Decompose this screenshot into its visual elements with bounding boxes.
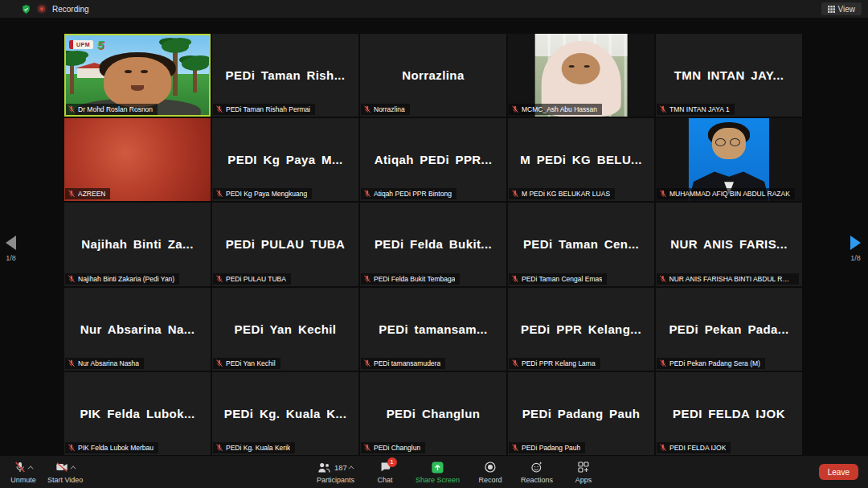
participants-count: 187 (334, 463, 347, 472)
participant-name-label: PEDi PPR Kelang Lama (509, 358, 600, 369)
participant-tile-9[interactable]: M PEDi KG BELU...M PEDi KG BELUKAR LUAS (508, 118, 654, 201)
participant-tile-19[interactable]: PEDi PPR Kelang...PEDi PPR Kelang Lama (508, 288, 654, 371)
video-overlay-logos: UPM5 (69, 38, 104, 51)
muted-mic-icon (215, 105, 223, 113)
share-screen-label: Share Screen (416, 476, 460, 484)
chevron-up-icon[interactable] (348, 465, 354, 471)
participant-tile-25[interactable]: PEDI FELDA IJOKPEDI FELDA IJOK (656, 372, 802, 455)
camera-slash-icon (55, 461, 69, 474)
participant-tile-14[interactable]: PEDi Taman Cen...PEDi Taman Cengal Emas (508, 203, 654, 285)
chat-button[interactable]: 1 Chat (365, 456, 405, 488)
participant-tile-17[interactable]: PEDi Yan KechilPEDi Yan Kechil (212, 288, 358, 371)
muted-mic-icon (659, 359, 667, 367)
muted-mic-icon (363, 275, 371, 283)
participant-name-label: PEDi Pekan Padang Sera (M) (657, 358, 765, 369)
participant-tile-4[interactable]: MCMC_Ash Abu Hassan (508, 34, 654, 117)
participant-tile-20[interactable]: PEDi Pekan Pada...PEDi Pekan Padang Sera… (656, 288, 802, 371)
participant-name-label: PEDi Yan Kechil (213, 358, 280, 369)
participant-tile-21[interactable]: PIK Felda Lubok...PIK Felda Lubok Merbau (64, 372, 211, 455)
participant-name-label: PIK Felda Lubok Merbau (65, 442, 158, 453)
participant-tile-2[interactable]: PEDi Taman Rish...PEDi Taman Rishah Perm… (212, 34, 358, 117)
muted-mic-icon (215, 190, 223, 198)
participant-tile-6[interactable]: AZREEN (64, 118, 211, 201)
participant-tile-12[interactable]: PEDi PULAU TUBAPEDi PULAU TUBA (212, 203, 358, 285)
muted-mic-icon (659, 190, 667, 198)
muted-mic-icon (68, 444, 76, 452)
muted-mic-icon (511, 359, 519, 367)
muted-mic-icon (215, 444, 223, 452)
upm-logo: UPM (69, 40, 93, 49)
chevron-up-icon[interactable] (27, 465, 33, 471)
muted-mic-icon (215, 275, 223, 283)
participant-name-label: PEDI FELDA IJOK (657, 442, 731, 453)
participants-button[interactable]: 187 Participants (313, 456, 358, 488)
mic-slash-icon (14, 461, 27, 474)
reactions-button[interactable]: Reactions (517, 456, 557, 488)
participant-name-label: PEDi tamansamudera (361, 358, 445, 369)
muted-mic-icon (363, 190, 371, 198)
participant-tile-15[interactable]: NUR ANIS FARIS...NUR ANIS FARISHA BINTI … (656, 203, 802, 285)
participant-tile-11[interactable]: Najihah Binti Za...Najihah Binti Zakaria… (64, 203, 211, 285)
muted-mic-icon (659, 444, 667, 452)
muted-mic-icon (659, 275, 667, 283)
participant-tile-1[interactable]: UPM5Dr Mohd Roslan Rosnon (64, 34, 211, 117)
participant-tile-18[interactable]: PEDi tamansam...PEDi tamansamudera (360, 288, 506, 371)
participant-name-label: NUR ANIS FARISHA BINTI ABDUL RAHIM (657, 273, 799, 285)
muted-mic-icon (511, 105, 519, 113)
participant-tile-5[interactable]: TMN INTAN JAY...TMN INTAN JAYA 1 (656, 34, 802, 117)
meeting-toolbar: Unmute Start Video (0, 456, 868, 488)
next-page-button[interactable]: 1/8 (850, 236, 861, 262)
participant-name-label: PEDi Taman Rishah Permai (213, 104, 315, 115)
chevron-up-icon[interactable] (70, 465, 76, 471)
muted-mic-icon (68, 105, 76, 113)
leave-button[interactable]: Leave (819, 464, 858, 480)
participant-tile-7[interactable]: PEDI Kg Paya M...PEDI Kg Paya Mengkuang (212, 118, 358, 201)
apps-icon (577, 461, 590, 474)
participant-tile-23[interactable]: PEDi ChanglunPEDi Changlun (360, 372, 506, 455)
muted-mic-icon (363, 444, 371, 452)
participant-name-label: MUHAMMAD AFIQ BIN ABDUL RAZAK (657, 188, 795, 199)
page-indicator-right: 1/8 (850, 254, 861, 262)
grid-view-icon (828, 6, 835, 13)
muted-mic-icon (68, 190, 76, 198)
prev-page-arrow-icon (6, 236, 16, 250)
participant-tile-22[interactable]: PEDi Kg. Kuala K...PEDi Kg. Kuala Kerik (212, 372, 358, 455)
participants-label: Participants (317, 476, 354, 484)
participant-tile-3[interactable]: NorrazlinaNorrazlina (360, 34, 506, 117)
share-screen-button[interactable]: Share Screen (411, 456, 464, 488)
shield-check-icon (21, 4, 31, 14)
participant-name-label: PEDi Kg. Kuala Kerik (213, 442, 295, 453)
muted-mic-icon (511, 444, 519, 452)
muted-mic-icon (68, 359, 76, 367)
participant-tile-8[interactable]: Atiqah PEDi PPR...Atiqah PEDi PPR Binton… (360, 118, 506, 201)
participant-name-label: Najihah Binti Zakaria (Pedi Yan) (65, 273, 179, 285)
participant-tile-24[interactable]: PEDi Padang PauhPEDi Padang Pauh (508, 372, 654, 455)
participant-name-label: AZREEN (65, 188, 110, 199)
apps-button[interactable]: Apps (563, 456, 604, 488)
muted-mic-icon (659, 105, 667, 113)
participant-name-label: TMN INTAN JAYA 1 (657, 104, 735, 115)
zoom-meeting-window: Recording View UPM5Dr Mohd Roslan Rosnon… (0, 0, 868, 488)
view-label: View (838, 5, 856, 14)
next-page-arrow-icon (850, 236, 861, 250)
view-button[interactable]: View (821, 2, 862, 15)
toolbar-center-group: 187 Participants 1 Chat (313, 456, 604, 488)
page-indicator-left: 1/8 (6, 254, 16, 262)
participant-name-label: PEDi Taman Cengal Emas (509, 273, 607, 285)
start-video-button[interactable]: Start Video (43, 456, 87, 488)
recording-indicator: Recording (21, 0, 89, 18)
participant-tile-10[interactable]: MUHAMMAD AFIQ BIN ABDUL RAZAK (656, 118, 802, 201)
participant-name-label: Atiqah PEDi PPR Bintong (361, 188, 457, 199)
chat-label: Chat (377, 476, 392, 484)
participant-name-label: Norrazlina (361, 104, 410, 115)
toolbar-left-group: Unmute Start Video (3, 456, 87, 488)
record-button[interactable]: Record (470, 456, 510, 488)
participant-tile-16[interactable]: Nur Absarina Na...Nur Absarina Nasha (64, 288, 211, 371)
unmute-button[interactable]: Unmute (3, 456, 43, 488)
muted-mic-icon (363, 359, 371, 367)
participant-tile-13[interactable]: PEDi Felda Bukit...PEDi Felda Bukit Temb… (360, 203, 506, 285)
participant-name-label: Nur Absarina Nasha (65, 358, 144, 369)
previous-page-button[interactable]: 1/8 (6, 236, 16, 262)
start-video-label: Start Video (47, 476, 83, 484)
top-bar: Recording View (0, 0, 868, 18)
